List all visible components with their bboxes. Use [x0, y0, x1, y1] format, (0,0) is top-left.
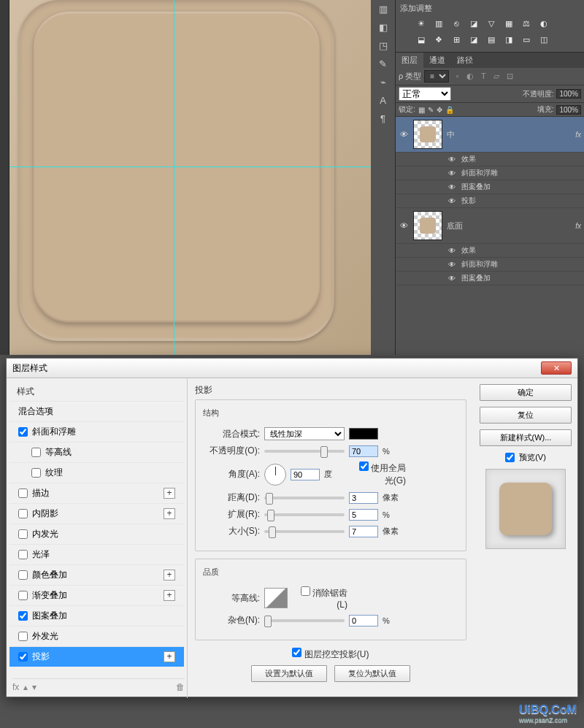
size-slider[interactable]	[264, 530, 345, 533]
knockout-check[interactable]: 图层挖空投影(U)	[292, 649, 369, 659]
lookup-icon[interactable]: ⊞	[450, 35, 463, 47]
blend-options-row[interactable]: 混合选项	[9, 401, 184, 421]
new-style-button[interactable]: 新建样式(W)...	[480, 429, 572, 446]
style-checkbox[interactable]	[18, 529, 28, 539]
preview-checkbox[interactable]	[505, 453, 515, 462]
style-checkbox[interactable]	[18, 632, 28, 641]
tab-layers[interactable]: 图层	[396, 53, 423, 68]
tab-paths[interactable]: 路径	[451, 53, 479, 68]
dialog-titlebar[interactable]: 图层样式 ✕	[7, 359, 577, 378]
filter-kind-label[interactable]: ρ 类型	[399, 71, 421, 82]
guide-vertical[interactable]	[174, 0, 174, 355]
style-row-描边[interactable]: 描边+	[9, 483, 184, 503]
style-checkbox[interactable]	[18, 550, 28, 559]
distance-slider[interactable]	[264, 497, 345, 499]
opacity-input[interactable]	[349, 445, 378, 457]
canvas-area[interactable]	[0, 0, 371, 355]
distance-input[interactable]	[349, 492, 378, 504]
vibrance-icon[interactable]: ▽	[485, 19, 498, 31]
style-checkbox[interactable]	[18, 652, 28, 662]
style-row-图案叠加[interactable]: 图案叠加	[9, 605, 184, 626]
invert-icon[interactable]: ◪	[467, 35, 480, 47]
fill-value[interactable]: 100%	[556, 105, 581, 115]
contour-picker[interactable]	[264, 588, 288, 608]
balance-icon[interactable]: ⚖	[520, 19, 533, 31]
hue-icon[interactable]: ▦	[502, 19, 515, 31]
blend-mode-select[interactable]: 线性加深	[264, 427, 345, 440]
style-checkbox[interactable]	[31, 448, 41, 457]
style-checkbox[interactable]	[18, 570, 28, 580]
layer-name[interactable]: 底面	[447, 221, 571, 231]
spread-input[interactable]	[349, 509, 378, 521]
effect-pattern[interactable]: 图案叠加	[461, 273, 491, 283]
size-input[interactable]	[349, 526, 378, 537]
lock-paint-icon[interactable]: ✎	[428, 106, 434, 114]
filter-shape-icon[interactable]: ▱	[491, 72, 502, 82]
antialias-check[interactable]: 消除锯齿(L)	[292, 586, 347, 610]
effect-dropshadow[interactable]: 投影	[461, 196, 476, 206]
fx-badge[interactable]: fx	[575, 131, 581, 139]
cancel-button[interactable]: 复位	[480, 407, 572, 424]
visibility-icon[interactable]: 👁	[447, 275, 457, 283]
visibility-icon[interactable]: 👁	[447, 169, 457, 177]
tab-channels[interactable]: 通道	[423, 53, 451, 68]
style-checkbox[interactable]	[18, 509, 28, 518]
filter-smart-icon[interactable]: ⊡	[504, 72, 515, 82]
brush-icon[interactable]: ✎	[375, 58, 391, 71]
style-row-斜面和浮雕[interactable]: 斜面和浮雕	[9, 421, 184, 442]
levels-icon[interactable]: ▥	[432, 19, 445, 31]
ruler-left[interactable]	[0, 0, 9, 355]
style-row-渐变叠加[interactable]: 渐变叠加+	[9, 585, 184, 605]
clone-icon[interactable]: ⌁	[375, 76, 391, 89]
visibility-icon[interactable]: 👁	[399, 130, 409, 139]
close-button[interactable]: ✕	[541, 361, 572, 375]
posterize-icon[interactable]: ▤	[485, 35, 498, 47]
effects-label[interactable]: 效果	[461, 245, 476, 256]
add-effect-button[interactable]: +	[164, 488, 175, 499]
style-checkbox[interactable]	[18, 591, 28, 600]
global-light-check[interactable]: 使用全局光(G)	[350, 461, 406, 487]
visibility-icon[interactable]: 👁	[447, 247, 457, 255]
gradmap-icon[interactable]: ▭	[520, 35, 533, 47]
layer-name[interactable]: 中	[447, 129, 571, 140]
lock-position-icon[interactable]: ✥	[437, 106, 442, 114]
filter-adj-icon[interactable]: ◐	[465, 72, 475, 82]
filter-pixel-icon[interactable]: ▫	[452, 72, 462, 82]
curves-icon[interactable]: ⎋	[450, 19, 463, 31]
visibility-icon[interactable]: 👁	[447, 183, 457, 191]
layer-item[interactable]: 👁 中 fx	[396, 117, 584, 153]
styles-header[interactable]: 样式	[9, 383, 184, 401]
style-checkbox[interactable]	[31, 468, 41, 478]
selective-icon[interactable]: ◫	[537, 35, 550, 47]
effect-pattern[interactable]: 图案叠加	[461, 182, 491, 192]
lock-all-icon[interactable]: 🔒	[445, 106, 454, 114]
style-row-投影[interactable]: 投影+	[9, 646, 184, 667]
move-down-icon[interactable]: ▾	[32, 682, 36, 692]
bw-icon[interactable]: ◐	[537, 19, 550, 31]
add-effect-button[interactable]: +	[164, 570, 175, 581]
layer-thumbnail[interactable]	[413, 211, 442, 240]
ok-button[interactable]: 确定	[480, 384, 572, 401]
spread-slider[interactable]	[264, 513, 345, 516]
angle-dial[interactable]	[264, 464, 286, 486]
angle-input[interactable]	[291, 469, 320, 480]
effect-bevel[interactable]: 斜面和浮雕	[461, 259, 498, 269]
style-checkbox[interactable]	[18, 488, 28, 498]
set-default-button[interactable]: 设置为默认值	[251, 665, 327, 682]
move-up-icon[interactable]: ▴	[23, 682, 28, 692]
style-row-光泽[interactable]: 光泽	[9, 544, 184, 564]
shadow-color-swatch[interactable]	[349, 428, 378, 440]
guide-horizontal[interactable]	[0, 166, 371, 167]
navigator-icon[interactable]: ◳	[375, 39, 391, 53]
histogram-icon[interactable]: ▥	[375, 3, 391, 16]
add-effect-button[interactable]: +	[164, 590, 175, 601]
paragraph-icon[interactable]: ¶	[375, 112, 391, 126]
add-effect-button[interactable]: +	[164, 508, 175, 519]
fx-badge[interactable]: fx	[575, 222, 581, 230]
photofilter-icon[interactable]: ⬓	[415, 35, 428, 47]
layer-item[interactable]: 👁 底面 fx	[396, 208, 584, 244]
style-row-颜色叠加[interactable]: 颜色叠加+	[9, 564, 184, 585]
visibility-icon[interactable]: 👁	[447, 197, 457, 205]
character-icon[interactable]: A	[375, 94, 391, 107]
lock-transparent-icon[interactable]: ▦	[418, 106, 425, 114]
